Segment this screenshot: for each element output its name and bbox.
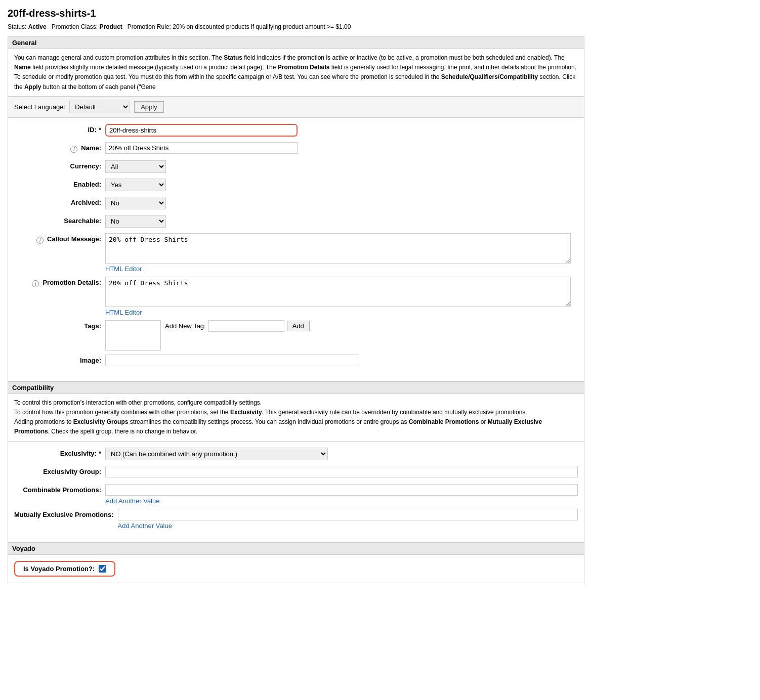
tags-list[interactable] [105, 320, 161, 351]
enabled-select[interactable]: Yes No [105, 179, 166, 191]
image-input[interactable] [105, 355, 358, 366]
searchable-row: Searchable: No Yes [14, 215, 578, 229]
archived-label: Archived: [14, 197, 105, 206]
archived-select[interactable]: No Yes [105, 197, 166, 209]
tags-area: Add New Tag: Add [105, 320, 578, 351]
image-label: Image: [14, 355, 105, 364]
callout-message-textarea[interactable]: 20% off Dress Shirts [105, 233, 571, 264]
voyado-label: Is Voyado Promotion?: [23, 565, 95, 573]
tags-label: Tags: [14, 320, 105, 330]
exclusivity-group-row: Exclusivity Group: [14, 466, 578, 480]
searchable-label: Searchable: [14, 215, 105, 225]
add-new-tag-input[interactable] [208, 320, 284, 332]
promotion-details-textarea[interactable]: 20% off Dress Shirts [105, 277, 571, 307]
combinable-promotions-row: Combinable Promotions: Add Another Value [14, 484, 578, 505]
name-input[interactable] [105, 142, 298, 154]
callout-info-icon: i [36, 237, 44, 244]
voyado-section-header: Voyado [8, 542, 584, 555]
general-form-section: ID: * i Name: Currency: All [8, 118, 584, 381]
combinable-promotions-input[interactable] [105, 484, 578, 496]
callout-message-label: i Callout Message: [14, 233, 105, 244]
apply-button[interactable]: Apply [134, 101, 164, 113]
page-title: 20ff-dress-shirts-1 [8, 8, 584, 19]
status-value: Active [28, 23, 47, 30]
promotion-details-row: i Promotion Details: 20% off Dress Shirt… [14, 277, 578, 316]
add-tag-button[interactable]: Add [287, 321, 310, 331]
mutually-exclusive-input[interactable] [118, 509, 578, 520]
mutually-exclusive-label: Mutually Exclusive Promotions: [14, 509, 118, 518]
language-select[interactable]: Default [69, 101, 130, 113]
name-info-icon: i [70, 146, 77, 153]
compatibility-form-section: Exclusivity: * NO (Can be combined with … [8, 442, 584, 542]
add-another-mutually-link[interactable]: Add Another Value [118, 522, 578, 530]
exclusivity-group-input[interactable] [105, 466, 578, 477]
general-section-header: General [8, 36, 584, 49]
id-row: ID: * [14, 124, 578, 138]
currency-row: Currency: All USD EUR [14, 160, 578, 174]
archived-row: Archived: No Yes [14, 197, 578, 211]
currency-select[interactable]: All USD EUR [105, 160, 166, 173]
combinable-promotions-label: Combinable Promotions: [14, 484, 105, 494]
voyado-checkbox[interactable] [99, 565, 106, 573]
promotion-class-label: Promotion Class: [52, 23, 98, 30]
promotion-rule-value: 20% on discounted products if qualifying… [173, 23, 351, 30]
voyado-inner-container: Is Voyado Promotion?: [14, 561, 115, 577]
compatibility-description: To control this promotion's interaction … [8, 394, 584, 442]
compatibility-section-header: Compatibility [8, 381, 584, 394]
name-label: i Name: [14, 142, 105, 153]
general-description: You can manage general and custom promot… [8, 49, 584, 97]
status-bar: Status: Active Promotion Class: Product … [8, 23, 584, 30]
add-new-tag-label: Add New Tag: [165, 322, 206, 330]
language-select-row: Select Language: Default Apply [8, 97, 584, 118]
currency-label: Currency: [14, 160, 105, 170]
tags-row: Tags: Add New Tag: Add [14, 320, 578, 351]
exclusivity-row: Exclusivity: * NO (Can be combined with … [14, 448, 578, 462]
exclusivity-group-label: Exclusivity Group: [14, 466, 105, 475]
promotion-details-label: i Promotion Details: [14, 277, 105, 287]
callout-html-editor-link[interactable]: HTML Editor [105, 265, 578, 273]
mutually-exclusive-row: Mutually Exclusive Promotions: Add Anoth… [14, 509, 578, 530]
exclusivity-select[interactable]: NO (Can be combined with any promotion.)… [105, 448, 328, 460]
add-another-combinable-link[interactable]: Add Another Value [105, 497, 578, 505]
promo-details-info-icon: i [32, 280, 39, 287]
enabled-row: Enabled: Yes No [14, 179, 578, 193]
id-input[interactable] [105, 124, 298, 137]
exclusivity-label: Exclusivity: * [14, 448, 105, 457]
promotion-class-value: Product [99, 23, 122, 30]
voyado-row: Is Voyado Promotion?: [8, 555, 584, 583]
status-label: Status: [8, 23, 26, 30]
promotion-rule-label: Promotion Rule: [128, 23, 171, 30]
promo-details-html-editor-link[interactable]: HTML Editor [105, 309, 578, 316]
add-tag-area: Add New Tag: Add [165, 320, 310, 332]
callout-message-row: i Callout Message: 20% off Dress Shirts … [14, 233, 578, 273]
id-label: ID: * [14, 124, 105, 134]
image-row: Image: [14, 355, 578, 369]
name-row: i Name: [14, 142, 578, 156]
enabled-label: Enabled: [14, 179, 105, 188]
select-language-label: Select Language: [14, 103, 65, 111]
searchable-select[interactable]: No Yes [105, 215, 166, 228]
